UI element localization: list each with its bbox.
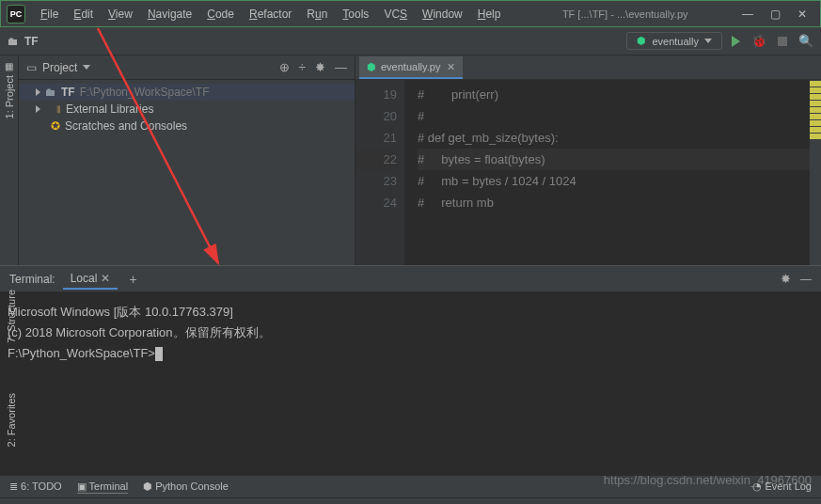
- minimize-icon[interactable]: —: [742, 8, 753, 21]
- code-line: # bytes = float(bytes): [418, 149, 810, 170]
- folder-icon: 🖿: [45, 86, 56, 99]
- error-stripe[interactable]: [810, 80, 821, 265]
- rail-project[interactable]: 1: Project: [4, 75, 15, 118]
- line-number: 22: [355, 149, 397, 170]
- menu-refactor[interactable]: Refactor: [242, 4, 299, 24]
- project-rail-icon[interactable]: ▦: [5, 61, 13, 71]
- tree-root[interactable]: 🖿 TF F:\Python_WorkSpace\TF: [19, 84, 355, 101]
- python-icon: ⬢: [637, 35, 646, 47]
- ext-lib-label: External Libraries: [66, 102, 153, 116]
- debug-button[interactable]: 🐞: [751, 34, 766, 48]
- menu-navigate[interactable]: Navigate: [140, 4, 199, 24]
- run-config-selector[interactable]: ⬢ eventually: [626, 32, 722, 50]
- python-file-icon: ⬢: [367, 61, 376, 73]
- terminal-body[interactable]: Microsoft Windows [版本 10.0.17763.379] (c…: [0, 292, 821, 475]
- editor-tab-bar: ⬢ eventually.py ✕: [355, 55, 821, 80]
- terminal-panel: Terminal: Local ✕ + ✸ — Microsoft Window…: [0, 265, 821, 475]
- menu-vcs[interactable]: VCS: [376, 4, 415, 24]
- editor: ⬢ eventually.py ✕ 19 20 21 22 23 24 # pr…: [355, 55, 821, 265]
- chevron-down-icon: [704, 39, 712, 43]
- menu-tools[interactable]: Tools: [335, 4, 376, 24]
- breadcrumb[interactable]: TF: [24, 35, 39, 48]
- code-area[interactable]: 19 20 21 22 23 24 # print(err) # # def g…: [355, 80, 821, 265]
- new-terminal-button[interactable]: +: [129, 272, 136, 287]
- menu-window[interactable]: Window: [415, 4, 470, 24]
- search-icon[interactable]: 🔍: [798, 34, 813, 48]
- project-panel-header: ▭ Project ⊕ ÷ ✸ —: [19, 55, 355, 80]
- library-icon: ⫴: [56, 103, 61, 116]
- left-tool-rail-lower: 7: Structure 2: Favorites: [3, 265, 20, 472]
- main-menu: File Edit View Navigate Code Refactor Ru…: [33, 4, 508, 24]
- terminal-line: Microsoft Windows [版本 10.0.17763.379]: [8, 302, 813, 323]
- terminal-header: Terminal: Local ✕ + ✸ —: [0, 266, 821, 292]
- hide-terminal-icon[interactable]: —: [800, 273, 812, 286]
- project-panel: ▭ Project ⊕ ÷ ✸ — 🖿 TF F:\Python_WorkSpa…: [19, 55, 355, 265]
- line-number: 21: [355, 127, 397, 149]
- expand-icon[interactable]: [36, 105, 40, 113]
- menu-help[interactable]: Help: [470, 4, 509, 24]
- stop-button[interactable]: [778, 37, 787, 46]
- app-icon: PC: [7, 5, 25, 24]
- menu-view[interactable]: View: [101, 4, 140, 24]
- folder-icon: 🖿: [8, 35, 19, 48]
- project-view-dropdown[interactable]: [83, 65, 90, 70]
- code-line: # mb = bytes / 1024 / 1024: [418, 170, 810, 192]
- line-number: 20: [355, 105, 397, 127]
- scratch-icon: ✪: [51, 119, 60, 133]
- tab-close-icon[interactable]: ✕: [447, 61, 455, 73]
- tab-label: eventually.py: [381, 61, 440, 72]
- code-body[interactable]: # print(err) # # def get_mb_size(bytes):…: [404, 80, 810, 265]
- menu-file[interactable]: File: [33, 4, 66, 24]
- code-line: # def get_mb_size(bytes):: [418, 127, 810, 149]
- tree-external-libs[interactable]: ⫴ External Libraries: [19, 101, 355, 118]
- maximize-icon[interactable]: ▢: [770, 8, 781, 21]
- menu-code[interactable]: Code: [199, 4, 242, 24]
- terminal-tab-label: Local: [71, 272, 98, 285]
- settings-icon[interactable]: ✸: [315, 60, 325, 74]
- collapse-icon[interactable]: ÷: [299, 60, 306, 74]
- cursor: [155, 347, 163, 361]
- line-number: 23: [355, 170, 397, 192]
- terminal-tool[interactable]: ▣ Terminal: [77, 480, 128, 494]
- close-icon[interactable]: ✕: [797, 8, 807, 21]
- expand-icon[interactable]: [36, 88, 40, 96]
- line-number: 24: [355, 192, 397, 213]
- title-bar: PC File Edit View Navigate Code Refactor…: [0, 0, 821, 27]
- tree-scratches[interactable]: ✪ Scratches and Consoles: [19, 118, 355, 134]
- editor-tab[interactable]: ⬢ eventually.py ✕: [359, 56, 463, 79]
- watermark: https://blog.csdn.net/weixin_41967600: [604, 473, 812, 487]
- menu-run[interactable]: Run: [299, 4, 335, 24]
- menu-edit[interactable]: Edit: [66, 4, 101, 24]
- run-button[interactable]: [732, 36, 740, 47]
- tab-close-icon[interactable]: ✕: [101, 272, 110, 285]
- locate-icon[interactable]: ⊕: [279, 60, 290, 74]
- python-console-tool[interactable]: ⬢ Python Console: [143, 480, 229, 493]
- code-line: # print(err): [418, 84, 810, 105]
- project-view-icon: ▭: [26, 61, 37, 74]
- toolbar: 🖿 TF ⬢ eventually 🐞 🔍: [0, 27, 821, 55]
- terminal-settings-icon[interactable]: ✸: [781, 272, 791, 286]
- rail-structure[interactable]: 7: Structure: [6, 290, 17, 343]
- code-line: #: [418, 105, 810, 127]
- root-name: TF: [61, 86, 75, 99]
- root-path: F:\Python_WorkSpace\TF: [80, 86, 210, 99]
- run-config-label: eventually: [652, 36, 699, 47]
- left-tool-rail: ▦ 1: Project: [0, 55, 19, 265]
- project-tree: 🖿 TF F:\Python_WorkSpace\TF ⫴ External L…: [19, 80, 355, 138]
- line-number: 19: [355, 84, 397, 105]
- project-panel-title[interactable]: Project: [42, 61, 77, 74]
- terminal-tab[interactable]: Local ✕: [63, 269, 118, 290]
- rail-favorites[interactable]: 2: Favorites: [6, 393, 17, 447]
- window-controls: — ▢ ✕: [742, 8, 820, 21]
- window-title: TF [...\TF] - ...\eventually.py: [508, 8, 742, 20]
- scratches-label: Scratches and Consoles: [65, 119, 187, 133]
- terminal-line: (c) 2018 Microsoft Corporation。保留所有权利。: [8, 323, 813, 343]
- hide-icon[interactable]: —: [335, 60, 347, 74]
- status-bar: ▢ 22:27 CRLF UTF-8 4 spaces: [0, 497, 821, 504]
- terminal-prompt: F:\Python_WorkSpace\TF>: [8, 346, 155, 360]
- gutter: 19 20 21 22 23 24: [355, 80, 404, 265]
- todo-tool[interactable]: ≣ 6: TODO: [9, 480, 62, 493]
- code-line: # return mb: [418, 192, 810, 213]
